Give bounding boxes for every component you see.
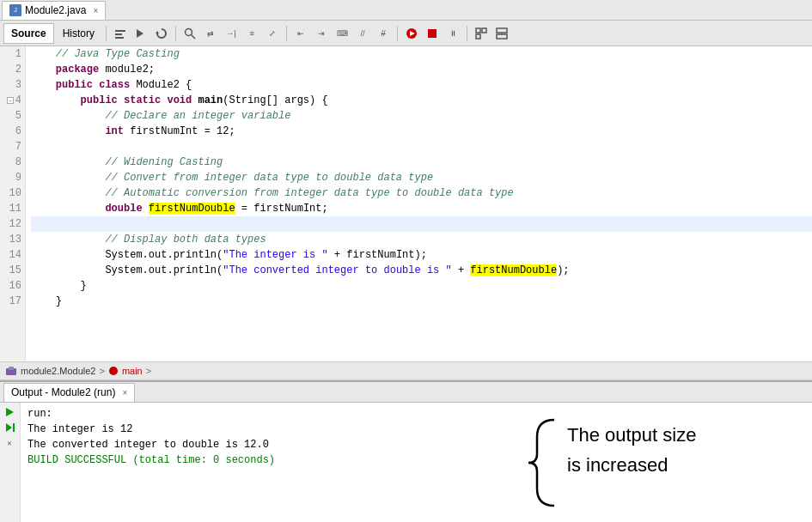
output-line-4: BUILD SUCCESSFUL (total time: 0 seconds) <box>27 452 805 468</box>
play-icon <box>4 407 15 417</box>
line-num-3: 3 <box>0 77 25 93</box>
editor-area: 1 2 3 −4 5 6 7 8 9 10 11 12 13 14 15 16 … <box>0 46 812 361</box>
output-line-3: The converted integer to double is 12.0 <box>27 437 805 452</box>
forward-icon <box>135 27 147 39</box>
code-line-12 <box>31 216 812 232</box>
toolbar-comment-btn[interactable]: // <box>353 24 372 43</box>
step-icon <box>4 422 15 433</box>
code-line-2: package module2; <box>31 62 812 77</box>
breadcrumb-bar: module2.Module2 > main > <box>0 361 812 380</box>
code-text-6: int firstNumInt = 12; <box>31 124 235 139</box>
output-text-area: run: The integer is 12 The converted int… <box>21 403 812 522</box>
code-line-3: public class Module2 { <box>31 77 812 93</box>
toolbar-toggle-btn[interactable]: ≡ <box>242 24 261 43</box>
output-tab-close[interactable]: × <box>122 388 127 398</box>
line-num-10: 10 <box>0 185 25 201</box>
output-panel: Output - Module2 (run) × ✕ run: The inte… <box>0 380 812 522</box>
code-content[interactable]: // Java Type Casting package module2; pu… <box>26 46 812 361</box>
output-content: ✕ run: The integer is 12 The converted i… <box>0 403 812 522</box>
toolbar-stop-btn[interactable] <box>423 24 442 43</box>
code-text-12 <box>31 216 37 232</box>
toolbar-search-btn[interactable] <box>180 24 199 43</box>
toolbar-forward-btn[interactable] <box>131 24 150 43</box>
breadcrumb-arrow-1: > <box>99 366 104 376</box>
collapse-button-4[interactable]: − <box>7 97 14 104</box>
refresh-icon <box>156 27 168 39</box>
svg-rect-16 <box>9 367 14 370</box>
back-icon <box>114 27 126 39</box>
svg-point-5 <box>186 28 192 35</box>
line-num-16: 16 <box>0 278 25 294</box>
code-text-9: // Convert from integer data type to dou… <box>31 170 433 185</box>
tab-close-button[interactable]: × <box>93 6 98 15</box>
method-icon <box>108 366 119 376</box>
svg-rect-13 <box>497 28 507 33</box>
output-tab-label: Output - Module2 (run) <box>11 386 115 398</box>
line-num-6: 6 <box>0 124 25 139</box>
toolbar-run-btn[interactable] <box>402 24 421 43</box>
source-tab[interactable]: Source <box>3 23 54 44</box>
line-num-8: 8 <box>0 155 25 170</box>
toolbar-expand-btn[interactable]: ⤢ <box>263 24 282 43</box>
run-icon <box>406 27 418 39</box>
output-tab[interactable]: Output - Module2 (run) × <box>3 383 135 402</box>
history-tab[interactable]: History <box>56 23 101 44</box>
toolbar-separator-4 <box>397 26 398 41</box>
code-line-9: // Convert from integer data type to dou… <box>31 170 812 185</box>
tab-filename: Module2.java <box>25 4 86 16</box>
package-icon <box>5 365 17 377</box>
toolbar-format-btn[interactable]: ⌨ <box>333 24 351 43</box>
toolbar-replace-btn[interactable]: ⇄ <box>201 24 220 43</box>
toolbar-layout-btn[interactable] <box>492 24 511 43</box>
svg-rect-0 <box>115 30 125 32</box>
code-text-13: // Display both data types <box>31 232 266 247</box>
code-line-13: // Display both data types <box>31 232 812 247</box>
svg-rect-1 <box>115 33 122 35</box>
svg-marker-3 <box>137 29 143 38</box>
line-num-15: 15 <box>0 263 25 278</box>
toolbar-back-btn[interactable] <box>111 24 130 43</box>
line-num-4: −4 <box>0 93 25 108</box>
search-icon <box>184 27 196 39</box>
toolbar-pause-btn[interactable]: ⏸ <box>443 24 462 43</box>
svg-marker-4 <box>156 31 159 33</box>
toolbar-unindent-btn[interactable]: ⇥ <box>312 24 331 43</box>
output-clear-btn[interactable]: ✕ <box>3 436 16 450</box>
code-line-16: } <box>31 278 812 294</box>
toolbar-goto-btn[interactable]: →| <box>222 24 241 43</box>
code-line-15: System.out.println("The converted intege… <box>31 263 812 278</box>
line-num-7: 7 <box>0 139 25 155</box>
output-step-btn[interactable] <box>3 421 16 434</box>
svg-point-17 <box>109 367 118 375</box>
code-text-1: // Java Type Casting <box>31 46 180 62</box>
toolbar-indent-btn[interactable]: ⇤ <box>291 24 310 43</box>
code-line-10: // Automatic conversion from integer dat… <box>31 185 812 201</box>
line-num-17: 17 <box>0 294 25 309</box>
output-run-btn[interactable] <box>3 405 16 419</box>
toolbar-refresh-btn[interactable] <box>152 24 171 43</box>
code-text-3: public class Module2 { <box>31 77 192 93</box>
toolbar-separator-1 <box>106 26 107 41</box>
tab-bar: J Module2.java × <box>0 0 812 21</box>
layout-icon <box>496 27 508 39</box>
code-text-17: } <box>31 294 62 309</box>
code-line-4: public static void main(String[] args) { <box>31 93 812 108</box>
stop-icon <box>426 27 438 39</box>
code-text-14: System.out.println("The integer is " + f… <box>31 247 427 263</box>
code-line-11: double firstNumDouble = firstNumInt; <box>31 201 812 216</box>
line-num-9: 9 <box>0 170 25 185</box>
editor-toolbar: Source History ⇄ →| ≡ ⤢ ⇤ ⇥ ⌨ // // ⏸ <box>0 21 812 46</box>
code-text-8: // Widening Casting <box>31 155 223 170</box>
svg-marker-19 <box>6 423 12 432</box>
code-text-2: package module2; <box>31 62 155 77</box>
code-text-7 <box>31 139 37 155</box>
toolbar-uncomment-btn[interactable]: // <box>374 24 393 43</box>
svg-rect-20 <box>13 423 15 432</box>
line-num-5: 5 <box>0 108 25 124</box>
file-tab[interactable]: J Module2.java × <box>2 1 106 20</box>
line-num-12: 12 <box>0 216 25 232</box>
toolbar-window-btn[interactable] <box>472 24 491 43</box>
code-text-16: } <box>31 278 87 294</box>
svg-line-6 <box>192 34 196 39</box>
line-num-13: 13 <box>0 232 25 247</box>
